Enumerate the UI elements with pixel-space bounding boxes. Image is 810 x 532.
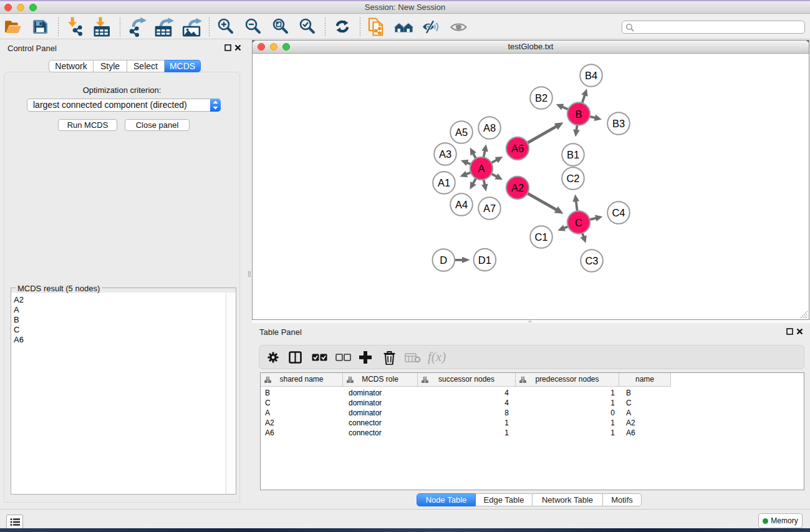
svg-text:A8: A8 <box>483 122 496 133</box>
svg-text:B2: B2 <box>535 92 547 104</box>
svg-text:B3: B3 <box>612 118 625 129</box>
svg-text:C: C <box>575 217 582 228</box>
svg-text:A5: A5 <box>455 127 468 138</box>
svg-text:D: D <box>440 254 447 266</box>
svg-text:B1: B1 <box>567 149 579 160</box>
svg-text:C4: C4 <box>612 207 625 218</box>
svg-text:B: B <box>575 109 582 120</box>
svg-text:A1: A1 <box>438 177 450 188</box>
svg-text:D1: D1 <box>478 254 491 266</box>
svg-text:A6: A6 <box>511 143 524 154</box>
svg-text:A2: A2 <box>511 182 524 193</box>
svg-text:C2: C2 <box>566 173 579 184</box>
svg-text:A3: A3 <box>439 148 451 160</box>
svg-text:C3: C3 <box>585 255 598 266</box>
svg-text:B4: B4 <box>585 70 597 81</box>
svg-text:C1: C1 <box>534 231 547 243</box>
svg-text:A4: A4 <box>455 199 468 210</box>
svg-text:A: A <box>478 163 485 174</box>
svg-text:A7: A7 <box>483 203 496 214</box>
